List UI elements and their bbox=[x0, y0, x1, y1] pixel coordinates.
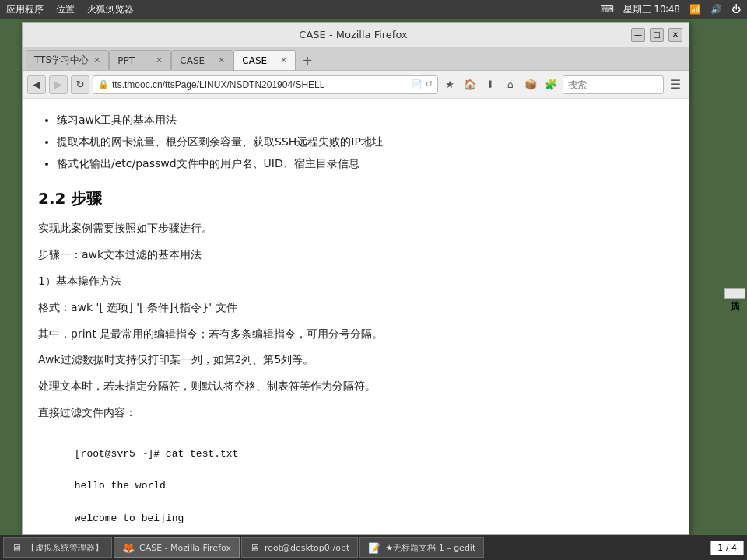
bookmark-star-icon[interactable]: ★ bbox=[441, 76, 458, 93]
apps-menu[interactable]: 应用程序 bbox=[6, 3, 44, 16]
title-bar: CASE - Mozilla Firefox — □ ✕ bbox=[23, 23, 689, 47]
firefox-icon: 🦊 bbox=[122, 542, 135, 554]
content-area[interactable]: 练习awk工具的基本用法 提取本机的网卡流量、根分区剩余容量、获取SSH远程失败… bbox=[23, 99, 689, 534]
code-line-0: [root@svr5 ~]# cat test.txt bbox=[75, 448, 239, 460]
maximize-button[interactable]: □ bbox=[650, 28, 664, 42]
tab-ppt-label: PPT bbox=[117, 55, 135, 66]
format-label: 格式：awk '[ 选项] '[ 条件]{指令}' 文件 bbox=[38, 299, 673, 317]
tab-tts-label: TTS学习中心 bbox=[34, 54, 89, 67]
address-bar: ◀ ▶ ↻ 🔒 📄 ↺ ★ 🏠 ⬇ ⌂ 📦 🧩 ☰ bbox=[23, 71, 689, 99]
browser-window: CASE - Mozilla Firefox — □ ✕ TTS学习中心 ✕ P… bbox=[22, 22, 689, 535]
insert-button[interactable]: 插入 bbox=[724, 288, 745, 299]
section-heading: 2.2 步骤 bbox=[38, 185, 673, 212]
extensions-icon[interactable]: 🧩 bbox=[542, 76, 559, 93]
url-bar-container: 🔒 📄 ↺ bbox=[93, 75, 438, 94]
tab-case1-close[interactable]: ✕ bbox=[218, 55, 225, 65]
system-bar-right: ⌨ 星期三 10∶48 📶 🔊 ⏻ bbox=[600, 3, 741, 16]
lock-icon: 🔒 bbox=[98, 79, 109, 89]
browser-menu[interactable]: 火狐浏览器 bbox=[87, 3, 134, 16]
bullet-item-3: 格式化输出/etc/passwd文件中的用户名、UID、宿主目录信息 bbox=[57, 155, 673, 173]
network-icon: 📶 bbox=[689, 4, 701, 15]
code-block: [root@svr5 ~]# cat test.txt hello the wo… bbox=[38, 430, 673, 534]
power-icon: ⏻ bbox=[731, 4, 741, 15]
tab-bar: TTS学习中心 ✕ PPT ✕ CASE ✕ CASE ✕ + bbox=[23, 47, 689, 71]
tab-case1[interactable]: CASE ✕ bbox=[171, 50, 233, 70]
tab-case1-label: CASE bbox=[180, 55, 205, 66]
close-button[interactable]: ✕ bbox=[668, 28, 682, 42]
taskbar-gedit-label: ★无标题文档 1 – gedit bbox=[385, 542, 475, 554]
taskbar-firefox-label: CASE - Mozilla Firefox bbox=[139, 543, 231, 553]
taskbar-vm[interactable]: 🖥 【虚拟系统管理器】 bbox=[3, 537, 112, 558]
intro-paragraph: 实现此案例需要按照如下步骤进行。 bbox=[38, 219, 673, 238]
direct-filter: 直接过滤文件内容： bbox=[38, 404, 673, 422]
new-tab-button[interactable]: + bbox=[297, 50, 317, 70]
bullet-item-1: 练习awk工具的基本用法 bbox=[57, 111, 673, 130]
search-input[interactable] bbox=[563, 75, 664, 94]
taskbar-firefox[interactable]: 🦊 CASE - Mozilla Firefox bbox=[114, 537, 240, 558]
location-menu[interactable]: 位置 bbox=[56, 3, 75, 16]
bullet-item-2: 提取本机的网卡流量、根分区剩余容量、获取SSH远程失败的IP地址 bbox=[57, 133, 673, 152]
vm-icon: 🖥 bbox=[12, 542, 22, 554]
keyboard-icon: ⌨ bbox=[600, 4, 613, 15]
minimize-button[interactable]: — bbox=[631, 28, 645, 42]
home-icon[interactable]: 🏠 bbox=[461, 76, 479, 93]
window-controls: — □ ✕ bbox=[631, 28, 682, 42]
code-line-2: welcome to beijing bbox=[75, 513, 184, 524]
reload-icon[interactable]: ↺ bbox=[426, 79, 433, 89]
note1: 其中，print 是最常用的编辑指令；若有多条编辑指令，可用分号分隔。 bbox=[38, 325, 673, 344]
window-title: CASE - Mozilla Firefox bbox=[75, 29, 631, 40]
tab-ppt-close[interactable]: ✕ bbox=[156, 55, 163, 65]
taskbar-vm-label: 【虚拟系统管理器】 bbox=[26, 542, 103, 554]
sub-heading: 1）基本操作方法 bbox=[38, 272, 673, 291]
toolbar-icons: ★ 🏠 ⬇ ⌂ 📦 🧩 bbox=[441, 76, 559, 93]
tab-ppt[interactable]: PPT ✕ bbox=[109, 50, 171, 70]
tab-tts-close[interactable]: ✕ bbox=[93, 55, 100, 65]
note3: 处理文本时，若未指定分隔符，则默认将空格、制表符等作为分隔符。 bbox=[38, 377, 673, 396]
speaker-icon: 🔊 bbox=[710, 4, 722, 15]
gedit-icon: 📝 bbox=[368, 542, 381, 554]
bullet-list: 练习awk工具的基本用法 提取本机的网卡流量、根分区剩余容量、获取SSH远程失败… bbox=[38, 111, 673, 173]
taskbar-terminal[interactable]: 🖥 root@desktop0:/opt bbox=[241, 537, 358, 558]
tab-case2-close[interactable]: ✕ bbox=[280, 55, 287, 65]
system-bar-left: 应用程序 位置 火狐浏览器 bbox=[6, 3, 134, 16]
tab-tts[interactable]: TTS学习中心 ✕ bbox=[26, 50, 109, 70]
pocket-icon[interactable]: 📦 bbox=[522, 76, 539, 93]
url-bar[interactable] bbox=[112, 79, 412, 90]
download-icon[interactable]: ⬇ bbox=[482, 76, 499, 93]
taskbar-right: 1 / 4 bbox=[710, 541, 744, 555]
home2-icon[interactable]: ⌂ bbox=[502, 76, 519, 93]
taskbar-terminal-label: root@desktop0:/opt bbox=[265, 543, 349, 553]
page-indicator: 1 / 4 bbox=[710, 541, 744, 555]
forward-button[interactable]: ▶ bbox=[49, 75, 68, 94]
code-line-1: hello the world bbox=[75, 480, 166, 492]
note2: Awk过滤数据时支持仅打印某一列，如第2列、第5列等。 bbox=[38, 351, 673, 369]
clock: 星期三 10∶48 bbox=[623, 3, 680, 16]
refresh-button[interactable]: ↻ bbox=[71, 75, 89, 94]
step-label: 步骤一：awk文本过滤的基本用法 bbox=[38, 246, 673, 264]
tab-case2[interactable]: CASE ✕ bbox=[233, 50, 296, 70]
back-button[interactable]: ◀ bbox=[27, 75, 46, 94]
system-bar: 应用程序 位置 火狐浏览器 ⌨ 星期三 10∶48 📶 🔊 ⏻ bbox=[0, 0, 747, 19]
menu-icon[interactable]: ☰ bbox=[667, 76, 684, 93]
taskbar-gedit[interactable]: 📝 ★无标题文档 1 – gedit bbox=[359, 537, 484, 558]
tab-case2-label: CASE bbox=[242, 55, 267, 66]
taskbar: 🖥 【虚拟系统管理器】 🦊 CASE - Mozilla Firefox 🖥 r… bbox=[0, 535, 747, 560]
reader-icon[interactable]: 📄 bbox=[412, 79, 423, 89]
terminal-icon: 🖥 bbox=[250, 542, 260, 554]
